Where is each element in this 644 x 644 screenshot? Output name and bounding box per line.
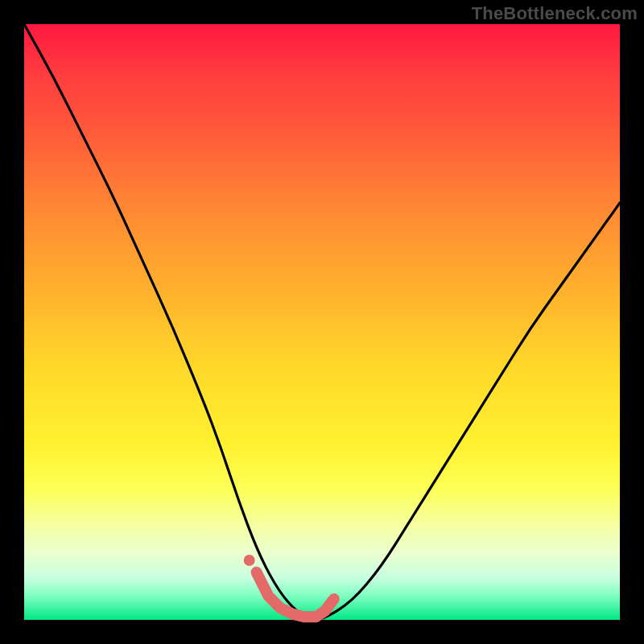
plot-area — [24, 24, 620, 620]
trough-marker-group — [244, 555, 334, 617]
bottleneck-curve-path — [24, 24, 620, 620]
trough-marker-dot — [244, 555, 255, 566]
chart-svg — [24, 24, 620, 620]
trough-marker-stroke — [257, 572, 334, 617]
page-frame: TheBottleneck.com — [0, 0, 644, 644]
attribution-text: TheBottleneck.com — [472, 3, 638, 24]
